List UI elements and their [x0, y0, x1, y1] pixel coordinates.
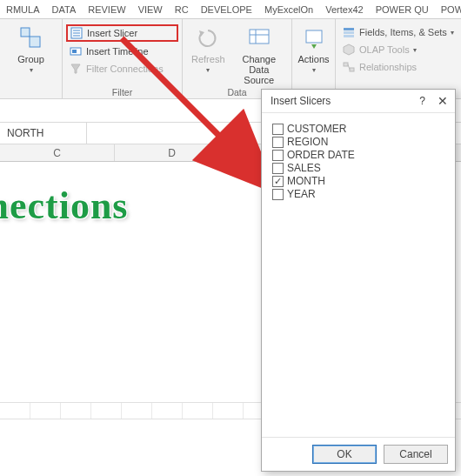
slicer-icon [70, 26, 84, 40]
relationships-icon [342, 60, 356, 74]
svg-line-21 [348, 64, 350, 70]
fields-items-sets-button[interactable]: Fields, Items, & Sets ▾ [339, 24, 458, 40]
group-section-label [3, 96, 58, 98]
actions-button[interactable]: Actions ▾ [296, 21, 331, 74]
actions-label: Actions [297, 54, 329, 64]
svg-marker-18 [344, 44, 354, 55]
checkbox-icon [272, 137, 284, 148]
field-checkbox-order-date[interactable]: ORDER DATE [272, 149, 444, 161]
column-header-c[interactable]: C [0, 144, 115, 161]
svg-marker-14 [311, 44, 317, 49]
olap-icon [342, 43, 356, 57]
filter-connections-icon [69, 62, 83, 76]
actions-icon [300, 24, 328, 52]
svg-rect-17 [344, 35, 354, 37]
filter-section-label: Filter [66, 85, 178, 98]
relationships-label: Relationships [359, 62, 417, 72]
svg-rect-20 [350, 68, 354, 71]
field-checkbox-sales[interactable]: SALES [272, 162, 444, 174]
field-label: ORDER DATE [287, 149, 355, 161]
tab-powerqu[interactable]: POWER QU [370, 2, 435, 18]
field-label: MONTH [287, 175, 325, 187]
tab-developer[interactable]: DEVELOPE [195, 2, 258, 18]
tab-view[interactable]: VIEW [132, 2, 169, 18]
ribbon: Group ▾ Insert Slicer Insert Timeline [0, 19, 461, 99]
checkbox-icon [272, 124, 284, 135]
tab-rc[interactable]: RC [169, 2, 195, 18]
ok-button[interactable]: OK [312, 445, 377, 464]
checkbox-icon [272, 163, 284, 174]
olap-tools-button: OLAP Tools ▾ [339, 42, 458, 57]
name-box[interactable]: NORTH [0, 123, 87, 144]
svg-rect-16 [344, 31, 354, 34]
olap-tools-label: OLAP Tools [359, 44, 410, 55]
tab-vertex42[interactable]: Vertex42 [319, 2, 369, 18]
tab-formula[interactable]: RMULA [0, 2, 46, 18]
relationships-button: Relationships [339, 59, 458, 75]
refresh-label: Refresh [191, 54, 225, 64]
refresh-icon [194, 24, 222, 52]
timeline-icon [69, 44, 83, 58]
group-button[interactable]: Group ▾ [3, 21, 58, 74]
group-label: Group [17, 54, 44, 64]
insert-slicer-button[interactable]: Insert Slicer [66, 24, 178, 42]
chevron-down-icon: ▾ [30, 66, 33, 74]
refresh-button: Refresh ▾ [186, 21, 230, 85]
ribbon-tabs: RMULA DATA REVIEW VIEW RC DEVELOPE MyExc… [0, 0, 461, 19]
tab-myexcelon[interactable]: MyExcelOn [258, 2, 319, 18]
insert-slicers-dialog: Insert Slicers ? ✕ CUSTOMER REGION ORDER… [261, 89, 456, 472]
chevron-down-icon: ▾ [451, 29, 454, 37]
svg-rect-1 [30, 37, 40, 47]
chevron-down-icon: ▾ [312, 66, 316, 74]
svg-rect-13 [306, 30, 322, 43]
svg-rect-10 [250, 30, 269, 44]
tab-powerpiv[interactable]: POWERPIV [435, 2, 461, 18]
tab-review[interactable]: REVIEW [82, 2, 131, 18]
field-label: REGION [287, 136, 328, 148]
filter-connections-label: Filter Connections [86, 64, 164, 74]
field-checkbox-region[interactable]: REGION [272, 136, 444, 148]
insert-timeline-label: Insert Timeline [86, 46, 149, 57]
close-icon[interactable]: ✕ [438, 94, 448, 108]
insert-slicer-label: Insert Slicer [87, 28, 137, 38]
field-label: CUSTOMER [287, 123, 346, 135]
change-data-source-label: Change Data Source [236, 54, 283, 85]
dialog-title: Insert Slicers [271, 95, 331, 107]
cancel-button[interactable]: Cancel [384, 445, 448, 464]
tab-data[interactable]: DATA [46, 2, 83, 18]
insert-timeline-button[interactable]: Insert Timeline [66, 44, 178, 59]
field-label: SALES [287, 162, 321, 174]
checkbox-icon [272, 189, 284, 200]
filter-connections-button: Filter Connections [66, 61, 178, 77]
checkbox-checked-icon: ✓ [272, 176, 284, 187]
change-data-source-button[interactable]: Change Data Source [230, 21, 288, 85]
field-label: YEAR [287, 188, 316, 200]
dialog-help-button[interactable]: ? [419, 95, 425, 107]
field-checkbox-year[interactable]: YEAR [272, 188, 444, 200]
column-header-d[interactable]: D [115, 144, 230, 161]
dialog-body: CUSTOMER REGION ORDER DATE SALES ✓ MONTH… [262, 113, 455, 437]
fields-icon [342, 25, 356, 39]
svg-rect-0 [21, 28, 30, 37]
chevron-down-icon: ▾ [206, 66, 210, 74]
fields-items-sets-label: Fields, Items, & Sets [359, 27, 447, 37]
svg-rect-15 [344, 28, 354, 30]
svg-marker-8 [71, 64, 80, 73]
field-checkbox-customer[interactable]: CUSTOMER [272, 123, 444, 135]
svg-rect-19 [344, 63, 348, 66]
svg-rect-7 [72, 50, 77, 53]
chevron-down-icon: ▾ [413, 46, 417, 54]
watermark-text: nnections [0, 184, 128, 228]
field-checkbox-month[interactable]: ✓ MONTH [272, 175, 444, 187]
checkbox-icon [272, 150, 284, 161]
change-data-source-icon [245, 24, 273, 52]
group-icon [17, 24, 45, 52]
